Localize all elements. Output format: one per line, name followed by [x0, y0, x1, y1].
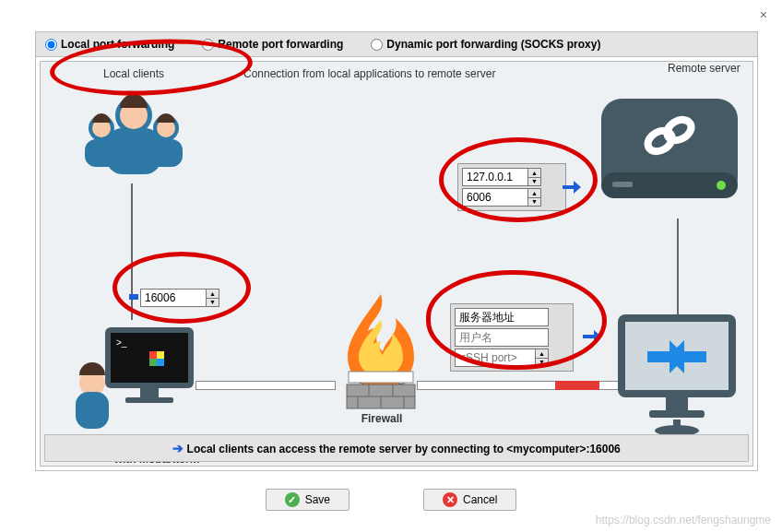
ssh-host-field[interactable]	[455, 308, 549, 326]
hint-bar: ➔ Local clients can access the remote se…	[44, 434, 749, 462]
annotation-circle-2	[113, 252, 251, 324]
svg-rect-31	[612, 182, 633, 187]
remote-server-icon	[596, 84, 743, 222]
ssh-user-field[interactable]	[455, 328, 549, 347]
clients-icon	[74, 84, 194, 185]
ssh-fields-group: ▲▼	[450, 303, 574, 372]
radio-remote-input[interactable]	[202, 39, 214, 51]
firewall-label: Firewall	[345, 412, 419, 425]
svg-rect-37	[649, 410, 705, 418]
cancel-label: Cancel	[463, 493, 497, 506]
radio-local-label: Local port forwarding	[61, 38, 174, 51]
description-label: Connection from local applications to re…	[243, 67, 495, 80]
svg-rect-5	[106, 128, 161, 174]
remote-server-label: Remote server	[668, 62, 741, 75]
svg-rect-12	[125, 397, 173, 403]
tunnel-bar-left	[196, 381, 336, 390]
watermark: https://blog.csdn.net/fengshaungme	[596, 514, 771, 526]
remote-host-field[interactable]: ▲▼	[462, 168, 541, 186]
radio-dynamic-forwarding[interactable]: Dynamic port forwarding (SOCKS proxy)	[371, 38, 600, 51]
port-forwarding-dialog: Local port forwarding Remote port forwar…	[35, 31, 758, 471]
remote-host-input[interactable]	[463, 169, 527, 185]
hint-text: Local clients can access the remote serv…	[187, 443, 621, 455]
svg-rect-15	[157, 351, 164, 359]
radio-local-input[interactable]	[45, 39, 57, 51]
svg-rect-17	[157, 359, 164, 366]
ssh-port-input[interactable]	[456, 349, 535, 366]
save-button[interactable]: ✓ Save	[266, 489, 350, 511]
check-icon: ✓	[285, 492, 300, 507]
remote-port-input[interactable]	[463, 189, 527, 206]
dialog-buttons: ✓ Save ✕ Cancel	[0, 489, 782, 511]
ssh-port-spinner[interactable]: ▲▼	[535, 349, 548, 366]
radio-dynamic-label: Dynamic port forwarding (SOCKS proxy)	[386, 38, 600, 51]
radio-remote-label: Remote port forwarding	[218, 38, 343, 51]
computer-icon: >_	[74, 318, 203, 438]
local-port-spinner[interactable]: ▲▼	[206, 290, 219, 306]
radio-remote-forwarding[interactable]: Remote port forwarding	[202, 38, 343, 51]
radio-local-forwarding[interactable]: Local port forwarding	[45, 38, 174, 51]
remote-port-spinner[interactable]: ▲▼	[527, 189, 540, 206]
svg-rect-36	[666, 397, 688, 410]
remote-host-spinner[interactable]: ▲▼	[527, 169, 540, 185]
svg-rect-16	[149, 359, 157, 366]
remote-fields-group: ▲▼ ▲▼	[457, 163, 566, 211]
ssh-port-field[interactable]: ▲▼	[455, 349, 549, 367]
radio-dynamic-input[interactable]	[371, 39, 383, 51]
arrow-into-port-icon	[129, 294, 138, 300]
svg-rect-19	[76, 392, 109, 429]
diagram-canvas: Local clients Connection from local appl…	[40, 61, 753, 467]
arrow-right-icon: ➔	[172, 441, 184, 455]
ssh-host-input[interactable]	[456, 309, 548, 325]
svg-text:>_: >_	[116, 337, 127, 348]
svg-rect-27	[349, 372, 413, 383]
arrow-to-remote-icon	[561, 176, 583, 198]
firewall-icon	[330, 294, 432, 410]
forwarding-type-bar: Local port forwarding Remote port forwar…	[36, 32, 757, 57]
ssh-server-icon	[610, 305, 749, 443]
tunnel-bar-right	[417, 381, 634, 390]
remote-port-field[interactable]: ▲▼	[462, 188, 541, 207]
svg-rect-14	[149, 351, 157, 359]
arrow-to-ssh-icon	[581, 325, 603, 348]
svg-rect-11	[140, 388, 159, 397]
svg-point-30	[717, 181, 726, 190]
ssh-user-input[interactable]	[456, 329, 548, 346]
close-icon[interactable]: ×	[760, 7, 767, 22]
local-port-input[interactable]	[141, 290, 206, 306]
x-icon: ✕	[443, 492, 457, 507]
local-port-field[interactable]: ▲▼	[140, 289, 219, 307]
local-clients-label: Local clients	[103, 67, 164, 80]
cancel-button[interactable]: ✕ Cancel	[423, 489, 516, 511]
save-label: Save	[305, 493, 330, 506]
tunnel-bar-red	[555, 381, 599, 390]
